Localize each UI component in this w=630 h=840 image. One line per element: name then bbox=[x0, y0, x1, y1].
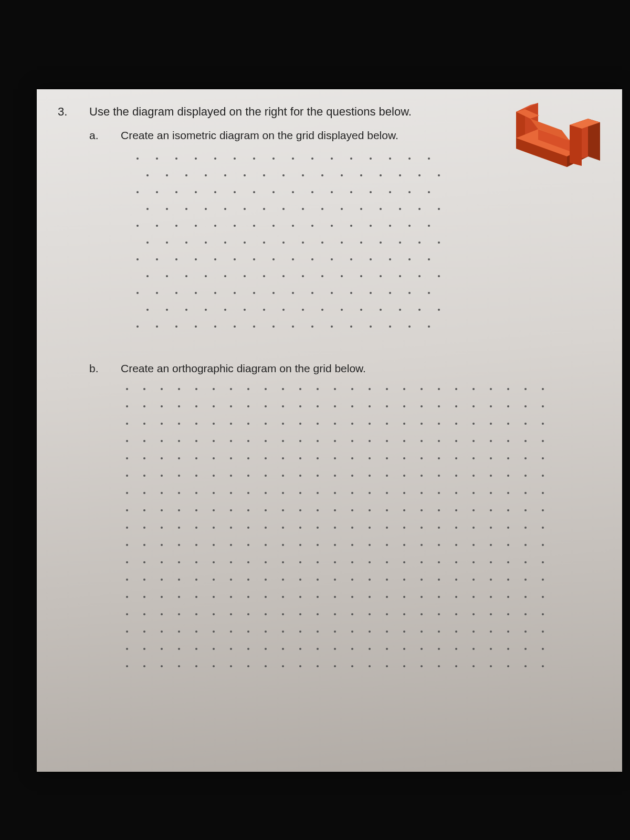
iso-grid-dot bbox=[156, 191, 158, 193]
iso-grid-dot bbox=[321, 242, 323, 244]
ortho-grid-dot bbox=[524, 440, 527, 442]
ortho-grid-dot bbox=[403, 440, 405, 442]
iso-grid-dot bbox=[263, 309, 265, 311]
ortho-grid-dot bbox=[178, 440, 180, 442]
ortho-grid-dot bbox=[403, 475, 405, 477]
ortho-grid-dot bbox=[438, 475, 440, 477]
iso-grid-dot bbox=[341, 242, 343, 244]
part-a-label: a. bbox=[89, 129, 121, 142]
ortho-grid-dot bbox=[195, 544, 197, 546]
ortho-grid-dot bbox=[126, 613, 128, 615]
ortho-grid-dot bbox=[455, 648, 457, 650]
ortho-grid-dot bbox=[213, 596, 215, 598]
ortho-grid-dot bbox=[351, 388, 353, 390]
iso-grid-dot bbox=[350, 158, 352, 160]
iso-grid-dot bbox=[244, 242, 246, 244]
ortho-grid-dot bbox=[282, 579, 284, 581]
ortho-grid-dot bbox=[455, 388, 457, 390]
ortho-grid-dot bbox=[472, 440, 475, 442]
ortho-grid-dot bbox=[507, 388, 509, 390]
iso-grid-dot bbox=[185, 174, 187, 176]
ortho-grid-dot bbox=[421, 544, 423, 546]
ortho-grid-dot bbox=[438, 631, 440, 633]
iso-grid-dot bbox=[341, 275, 343, 277]
ortho-grid-dot bbox=[143, 405, 145, 407]
ortho-grid-dot bbox=[438, 648, 440, 650]
iso-grid-dot bbox=[195, 258, 197, 260]
ortho-grid-dot bbox=[126, 457, 128, 459]
ortho-grid-dot bbox=[334, 423, 336, 425]
ortho-grid-dot bbox=[490, 440, 492, 442]
ortho-grid-dot bbox=[126, 527, 128, 529]
ortho-grid-dot bbox=[455, 405, 457, 407]
ortho-grid-dot bbox=[507, 596, 509, 598]
ortho-grid-dot bbox=[386, 457, 388, 459]
iso-grid-dot bbox=[408, 258, 411, 260]
ortho-grid-dot bbox=[143, 388, 145, 390]
iso-grid-dot bbox=[136, 258, 139, 260]
ortho-grid-dot bbox=[421, 423, 423, 425]
ortho-grid-dot bbox=[403, 561, 405, 563]
iso-grid-dot bbox=[156, 225, 158, 227]
ortho-grid-dot bbox=[455, 596, 457, 598]
ortho-grid-dot bbox=[282, 440, 284, 442]
ortho-grid-dot bbox=[455, 509, 457, 511]
ortho-grid-dot bbox=[143, 561, 145, 563]
ortho-grid-dot bbox=[507, 579, 509, 581]
iso-grid-dot bbox=[146, 309, 149, 311]
ortho-grid-dot bbox=[230, 509, 232, 511]
ortho-grid-dot bbox=[161, 405, 163, 407]
iso-grid-dot bbox=[185, 275, 187, 277]
ortho-grid-dot bbox=[524, 423, 527, 425]
ortho-grid-dot bbox=[524, 475, 527, 477]
ortho-grid-dot bbox=[386, 561, 388, 563]
ortho-grid-dot bbox=[299, 440, 301, 442]
ortho-grid-dot bbox=[524, 648, 527, 650]
ortho-grid-dot bbox=[143, 579, 145, 581]
ortho-grid-dot bbox=[386, 648, 388, 650]
ortho-grid-dot bbox=[421, 665, 423, 667]
iso-grid-dot bbox=[331, 191, 333, 193]
ortho-grid-dot bbox=[334, 475, 336, 477]
iso-grid-dot bbox=[166, 174, 168, 176]
ortho-grid-dot bbox=[230, 596, 232, 598]
iso-grid-dot bbox=[292, 326, 294, 328]
iso-grid-dot bbox=[428, 225, 430, 227]
ortho-grid-dot bbox=[542, 457, 544, 459]
ortho-grid-dot bbox=[282, 648, 284, 650]
ortho-grid-dot bbox=[247, 596, 249, 598]
ortho-grid-dot bbox=[178, 648, 180, 650]
ortho-grid-dot bbox=[369, 388, 371, 390]
ortho-grid-dot bbox=[334, 457, 336, 459]
ortho-grid-dot bbox=[369, 457, 371, 459]
ortho-grid-dot bbox=[542, 405, 544, 407]
iso-grid-dot bbox=[156, 158, 158, 160]
ortho-grid-dot bbox=[265, 561, 267, 563]
iso-grid-dot bbox=[331, 158, 333, 160]
ortho-grid-dot bbox=[334, 544, 336, 546]
ortho-grid-dot bbox=[369, 509, 371, 511]
ortho-grid-dot bbox=[542, 631, 544, 633]
ortho-grid-dot bbox=[161, 423, 163, 425]
question-number: 3. bbox=[58, 105, 89, 119]
iso-grid-dot bbox=[408, 158, 411, 160]
ortho-grid-dot bbox=[490, 596, 492, 598]
ortho-grid-dot bbox=[421, 509, 423, 511]
ortho-grid-dot bbox=[351, 631, 353, 633]
iso-grid-dot bbox=[166, 309, 168, 311]
iso-grid-dot bbox=[438, 242, 440, 244]
ortho-grid-dot bbox=[438, 405, 440, 407]
ortho-grid-dot bbox=[403, 509, 405, 511]
ortho-grid-dot bbox=[230, 631, 232, 633]
iso-grid-dot bbox=[205, 275, 207, 277]
ortho-grid-dot bbox=[265, 509, 267, 511]
ortho-grid-dot bbox=[334, 405, 336, 407]
iso-grid-dot bbox=[331, 258, 333, 260]
iso-grid-dot bbox=[234, 158, 236, 160]
ortho-grid-dot bbox=[438, 440, 440, 442]
iso-grid-dot bbox=[408, 225, 411, 227]
ortho-grid-dot bbox=[334, 579, 336, 581]
ortho-grid-dot bbox=[438, 492, 440, 494]
svg-marker-11 bbox=[570, 125, 582, 166]
ortho-grid-dot bbox=[178, 405, 180, 407]
